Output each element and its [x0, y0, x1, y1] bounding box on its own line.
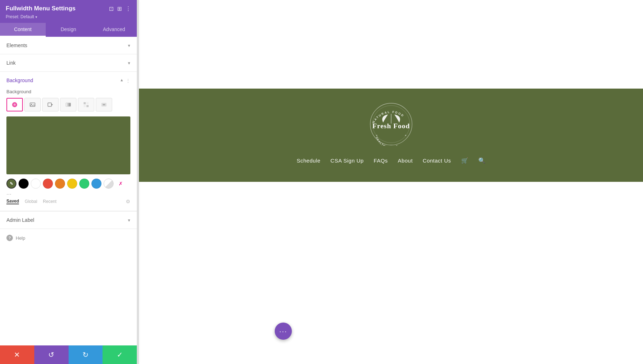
- green-swatch[interactable]: [79, 179, 89, 189]
- red-swatch[interactable]: [43, 179, 53, 189]
- link-section-header[interactable]: Link ▾: [0, 54, 137, 71]
- yellow-swatch[interactable]: [67, 179, 77, 189]
- canvas-area: NATURAL FOOD Fresh Food HEALTHY FOOD: [139, 0, 643, 364]
- svg-point-17: [405, 135, 406, 136]
- video-icon: [47, 101, 54, 108]
- panel-title: Fullwidth Menu Settings: [6, 5, 75, 12]
- cart-icon[interactable]: 🛒: [461, 157, 468, 164]
- svg-text:Fresh Food: Fresh Food: [372, 122, 410, 130]
- fab-button[interactable]: ···: [275, 323, 292, 340]
- background-chevron-icon: ▾: [120, 78, 123, 83]
- mask-icon: [101, 101, 107, 108]
- eraser-swatch[interactable]: ✗: [116, 179, 126, 189]
- admin-label-section: Admin Label ▾: [0, 211, 137, 229]
- svg-marker-4: [51, 104, 53, 106]
- black-swatch[interactable]: [19, 179, 29, 189]
- bg-type-gradient-btn[interactable]: [60, 98, 76, 111]
- nav-contact-us[interactable]: Contact Us: [423, 158, 451, 164]
- color-swatches: ✎ ✗: [6, 179, 130, 189]
- undo-button[interactable]: ↺: [34, 345, 69, 364]
- logo-area: NATURAL FOOD Fresh Food HEALTHY FOOD: [359, 99, 423, 146]
- background-section: Background ▾ ⋮ Background: [0, 72, 137, 211]
- svg-rect-5: [66, 103, 71, 106]
- help-icon: ?: [6, 235, 13, 241]
- svg-rect-7: [86, 102, 89, 104]
- svg-rect-6: [84, 102, 86, 104]
- background-label: Background: [6, 89, 130, 94]
- link-section-title: Link: [6, 60, 16, 66]
- panel-body: Elements ▾ Link ▾ Background ▾: [0, 37, 137, 345]
- site-header: NATURAL FOOD Fresh Food HEALTHY FOOD: [139, 89, 643, 182]
- nav-csa-sign-up[interactable]: CSA Sign Up: [330, 158, 364, 164]
- background-section-body: Background: [0, 89, 137, 211]
- svg-rect-3: [48, 103, 51, 106]
- transparent-swatch[interactable]: [104, 179, 114, 189]
- nav-about[interactable]: About: [398, 158, 413, 164]
- bg-type-video-btn[interactable]: [42, 98, 59, 111]
- svg-text:HEALTHY FOOD: HEALTHY FOOD: [375, 136, 399, 146]
- bg-type-color-btn[interactable]: [6, 98, 23, 111]
- canvas-bottom-white: [139, 182, 643, 364]
- bg-type-pattern-btn[interactable]: [78, 98, 94, 111]
- nav-faqs[interactable]: FAQs: [374, 158, 388, 164]
- grid-icon[interactable]: ⊞: [117, 5, 122, 12]
- elements-section-title: Elements: [6, 43, 27, 48]
- svg-rect-8: [84, 105, 86, 107]
- color-settings-icon[interactable]: ⚙: [126, 199, 130, 204]
- elements-section-header[interactable]: Elements ▾: [0, 37, 137, 54]
- help-label: Help: [16, 235, 25, 241]
- canvas-top-white: [139, 0, 643, 89]
- color-tab-saved[interactable]: Saved: [6, 199, 19, 204]
- settings-panel: Fullwidth Menu Settings ⊡ ⊞ ⋮ Preset: De…: [0, 0, 137, 364]
- logo-svg: NATURAL FOOD Fresh Food HEALTHY FOOD: [359, 99, 423, 146]
- more-swatches-btn[interactable]: ⋯: [6, 191, 130, 197]
- elements-chevron-icon: ▾: [128, 43, 130, 48]
- link-chevron-icon: ▾: [128, 60, 130, 66]
- panel-header-icons: ⊡ ⊞ ⋮: [109, 5, 131, 12]
- bg-type-mask-btn[interactable]: [96, 98, 112, 111]
- svg-rect-9: [86, 105, 89, 107]
- resize-handle[interactable]: [137, 0, 139, 364]
- help-row[interactable]: ? Help: [0, 229, 137, 247]
- svg-point-16: [376, 135, 377, 136]
- cancel-button[interactable]: ✕: [0, 345, 34, 364]
- active-color-swatch[interactable]: ✎: [6, 179, 16, 189]
- preset-label[interactable]: Preset: Default: [6, 14, 131, 19]
- blue-swatch[interactable]: [91, 179, 101, 189]
- admin-label-chevron-icon: ▾: [128, 218, 130, 223]
- elements-section: Elements ▾: [0, 37, 137, 54]
- background-section-header[interactable]: Background ▾ ⋮: [0, 72, 137, 89]
- bg-type-image-btn[interactable]: [24, 98, 41, 111]
- responsive-icon[interactable]: ⊡: [109, 5, 114, 12]
- orange-swatch[interactable]: [55, 179, 65, 189]
- gradient-icon: [65, 101, 71, 108]
- tab-design[interactable]: Design: [46, 23, 91, 37]
- panel-header: Fullwidth Menu Settings ⊡ ⊞ ⋮ Preset: De…: [0, 0, 137, 23]
- background-options-icon[interactable]: ⋮: [126, 78, 130, 83]
- image-icon: [29, 101, 36, 108]
- background-section-title: Background: [6, 78, 33, 83]
- panel-tabs: Content Design Advanced: [0, 23, 137, 37]
- admin-label-section-title: Admin Label: [6, 217, 34, 223]
- color-tab-recent[interactable]: Recent: [43, 199, 56, 204]
- nav-schedule[interactable]: Schedule: [296, 158, 320, 164]
- link-section: Link ▾: [0, 54, 137, 72]
- color-preview-box[interactable]: [6, 116, 130, 174]
- svg-rect-1: [30, 103, 35, 106]
- more-options-icon[interactable]: ⋮: [125, 5, 131, 12]
- redo-button[interactable]: ↻: [69, 345, 103, 364]
- pattern-icon: [83, 101, 89, 108]
- tab-content[interactable]: Content: [0, 23, 46, 37]
- color-tab-global[interactable]: Global: [25, 199, 37, 204]
- panel-actions: ✕ ↺ ↻ ✓: [0, 345, 137, 364]
- bg-type-buttons: [6, 98, 130, 111]
- color-tabs: Saved Global Recent ⚙: [6, 199, 130, 204]
- save-button[interactable]: ✓: [103, 345, 137, 364]
- white-swatch[interactable]: [31, 179, 41, 189]
- search-icon[interactable]: 🔍: [478, 157, 485, 164]
- tab-advanced[interactable]: Advanced: [91, 23, 137, 37]
- color-bucket-icon: [11, 101, 18, 108]
- admin-label-section-header[interactable]: Admin Label ▾: [0, 211, 137, 229]
- nav-menu: Schedule CSA Sign Up FAQs About Contact …: [296, 157, 485, 164]
